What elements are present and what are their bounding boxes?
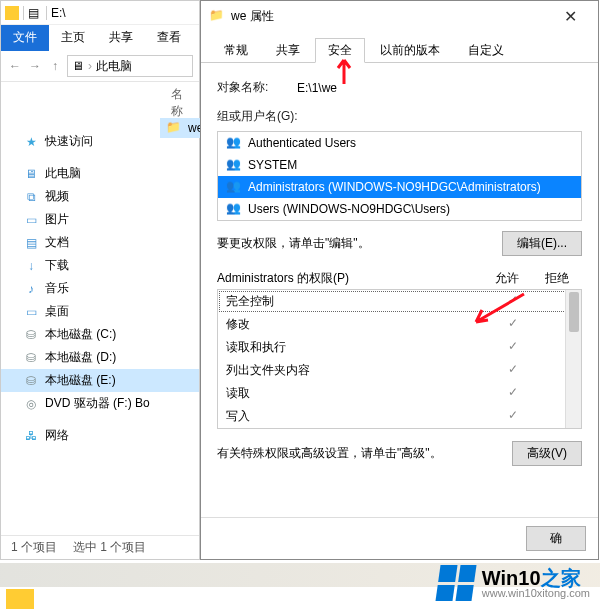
divider	[46, 6, 47, 20]
tab-previous-versions[interactable]: 以前的版本	[367, 38, 453, 63]
tab-general[interactable]: 常规	[211, 38, 261, 63]
dialog-titlebar: 📁 we 属性 ✕	[201, 1, 598, 31]
perm-label: 列出文件夹内容	[226, 362, 493, 379]
ribbon-tab-file[interactable]: 文件	[1, 25, 49, 51]
group-label: Authenticated Users	[248, 136, 356, 150]
perm-row-read[interactable]: 读取✓	[218, 382, 581, 405]
perm-label: 修改	[226, 316, 493, 333]
edit-button[interactable]: 编辑(E)...	[502, 231, 582, 256]
group-label: SYSTEM	[248, 158, 297, 172]
scrollbar[interactable]	[565, 290, 581, 428]
tree-label: 本地磁盘 (E:)	[45, 372, 116, 389]
tree-documents[interactable]: ▤文档	[1, 231, 199, 254]
tree-network[interactable]: 🖧网络	[1, 424, 199, 447]
perm-row-write[interactable]: 写入✓	[218, 405, 581, 428]
deny-header: 拒绝	[532, 270, 582, 287]
close-button[interactable]: ✕	[550, 7, 590, 26]
tree-music[interactable]: ♪音乐	[1, 277, 199, 300]
scrollbar-thumb[interactable]	[569, 292, 579, 332]
allow-check-icon: ✓	[493, 362, 533, 379]
object-name-label: 对象名称:	[217, 79, 297, 96]
folder-icon: 📁	[209, 8, 225, 24]
tree-label: 网络	[45, 427, 69, 444]
group-item-users[interactable]: 👥Users (WINDOWS-NO9HDGC\Users)	[218, 198, 581, 220]
dvd-icon: ◎	[23, 396, 39, 412]
dialog-footer: 确	[201, 517, 598, 559]
ok-button[interactable]: 确	[526, 526, 586, 551]
drive-icon: ⛁	[23, 327, 39, 343]
edit-hint: 要更改权限，请单击"编辑"。	[217, 235, 370, 252]
groups-listbox[interactable]: 👥Authenticated Users 👥SYSTEM 👥Administra…	[217, 131, 582, 221]
allow-check-icon: ✓	[493, 408, 533, 425]
tree-videos[interactable]: ⧉视频	[1, 185, 199, 208]
watermark-url: www.win10xitong.com	[482, 588, 590, 599]
group-item-administrators[interactable]: 👥Administrators (WINDOWS-NO9HDGC\Adminis…	[218, 176, 581, 198]
status-selected: 选中 1 个项目	[73, 539, 146, 556]
network-icon: 🖧	[23, 428, 39, 444]
group-item-authenticated-users[interactable]: 👥Authenticated Users	[218, 132, 581, 154]
tree-label: 本地磁盘 (D:)	[45, 349, 116, 366]
drive-icon: ⛁	[23, 350, 39, 366]
downloads-icon: ↓	[23, 258, 39, 274]
windows-logo-icon	[435, 565, 476, 601]
nav-forward-icon[interactable]: →	[27, 58, 43, 74]
tree-label: 视频	[45, 188, 69, 205]
tab-share[interactable]: 共享	[263, 38, 313, 63]
tree-downloads[interactable]: ↓下载	[1, 254, 199, 277]
perm-label: 读取	[226, 385, 493, 402]
ribbon-tab-share[interactable]: 共享	[97, 25, 145, 51]
tree-label: 文档	[45, 234, 69, 251]
tree-drive-c[interactable]: ⛁本地磁盘 (C:)	[1, 323, 199, 346]
advanced-button[interactable]: 高级(V)	[512, 441, 582, 466]
watermark-brand-zh: 之家	[541, 567, 581, 589]
drive-icon: ⛁	[23, 373, 39, 389]
nav-up-icon[interactable]: ↑	[47, 58, 63, 74]
nav-row: ← → ↑ 🖥 › 此电脑	[1, 51, 199, 82]
advanced-hint: 有关特殊权限或高级设置，请单击"高级"。	[217, 445, 512, 462]
folder-icon	[5, 6, 19, 20]
tab-custom[interactable]: 自定义	[455, 38, 517, 63]
documents-icon: ▤	[23, 235, 39, 251]
tree-pictures[interactable]: ▭图片	[1, 208, 199, 231]
breadcrumb-thispc[interactable]: 此电脑	[96, 58, 132, 75]
tree-desktop[interactable]: ▭桌面	[1, 300, 199, 323]
watermark-brand-en: Win10	[482, 567, 541, 589]
perm-row-list-folder[interactable]: 列出文件夹内容✓	[218, 359, 581, 382]
address-bar[interactable]: 🖥 › 此电脑	[67, 55, 193, 77]
status-bar: 1 个项目 选中 1 个项目	[1, 535, 199, 559]
tree-label: 快速访问	[45, 133, 93, 150]
divider	[23, 6, 24, 20]
ribbon-tab-view[interactable]: 查看	[145, 25, 193, 51]
permissions-listbox[interactable]: 完全控制✓ 修改✓ 读取和执行✓ 列出文件夹内容✓ 读取✓ 写入✓	[217, 289, 582, 429]
perm-row-read-execute[interactable]: 读取和执行✓	[218, 336, 581, 359]
tree-label: 图片	[45, 211, 69, 228]
tree-dvd[interactable]: ◎DVD 驱动器 (F:) Bo	[1, 392, 199, 415]
tab-security[interactable]: 安全	[315, 38, 365, 63]
dialog-body: 对象名称: E:\1\we 组或用户名(G): 👥Authenticated U…	[201, 63, 598, 476]
users-icon: 👥	[226, 201, 242, 217]
explorer-window: ▤ E:\ 文件 主页 共享 查看 ← → ↑ 🖥 › 此电脑 名称 ★快速访问…	[0, 0, 200, 560]
perm-label: 读取和执行	[226, 339, 493, 356]
qat-icon: ▤	[28, 6, 42, 20]
ribbon-tab-home[interactable]: 主页	[49, 25, 97, 51]
music-icon: ♪	[23, 281, 39, 297]
pictures-icon: ▭	[23, 212, 39, 228]
star-icon: ★	[23, 134, 39, 150]
group-item-system[interactable]: 👥SYSTEM	[218, 154, 581, 176]
object-name-value: E:\1\we	[297, 81, 337, 95]
explorer-titlebar: ▤ E:\	[1, 1, 199, 25]
folder-icon: 📁	[166, 120, 182, 136]
watermark-brand: Win10之家	[482, 568, 590, 588]
perm-row-modify[interactable]: 修改✓	[218, 313, 581, 336]
properties-dialog: 📁 we 属性 ✕ 常规 共享 安全 以前的版本 自定义 对象名称: E:\1\…	[200, 0, 599, 560]
tree-this-pc[interactable]: 🖥此电脑	[1, 162, 199, 185]
tree-label: 音乐	[45, 280, 69, 297]
breadcrumb-sep: ›	[88, 59, 92, 73]
permissions-header: Administrators 的权限(P) 允许 拒绝	[217, 270, 582, 287]
taskbar-explorer-icon	[6, 589, 34, 609]
perm-row-full-control[interactable]: 完全控制✓	[218, 290, 581, 313]
nav-back-icon[interactable]: ←	[7, 58, 23, 74]
tree-drive-d[interactable]: ⛁本地磁盘 (D:)	[1, 346, 199, 369]
tab-bar: 常规 共享 安全 以前的版本 自定义	[201, 31, 598, 63]
tree-drive-e[interactable]: ⛁本地磁盘 (E:)	[1, 369, 199, 392]
